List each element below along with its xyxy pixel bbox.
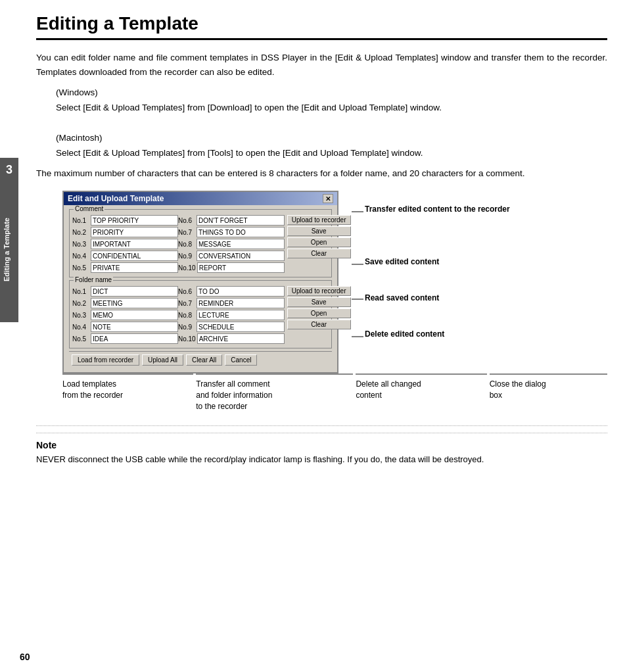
ann-clear-all: Delete all changedcontent <box>356 373 486 412</box>
clear-all-btn[interactable]: Clear All <box>186 354 222 366</box>
note-text: NEVER disconnect the USB cable while the… <box>36 453 607 466</box>
folder-field-8: No.8 <box>178 310 285 320</box>
save-comment-btn[interactable]: Save <box>287 226 351 236</box>
clear-folder-btn[interactable]: Clear <box>287 320 351 329</box>
ann-save: Save edited content <box>365 256 439 268</box>
open-comment-btn[interactable]: Open <box>287 237 351 247</box>
page-title: Editing a Template <box>36 13 607 40</box>
comment-input-9[interactable] <box>197 251 285 261</box>
mac-label: (Macintosh) <box>56 131 607 146</box>
comment-field-6: No.6 <box>178 215 285 226</box>
intro-paragraph2: The maximum number of characters that ca… <box>36 166 607 181</box>
open-folder-btn[interactable]: Open <box>287 308 351 318</box>
folder-field-9: No.9 <box>178 322 285 332</box>
edit-upload-template-dialog: Edit and Upload Template ✕ Comment No.1 <box>62 191 338 373</box>
clear-comment-btn[interactable]: Clear <box>287 249 351 258</box>
comment-field-2: No.2 <box>72 227 178 237</box>
intro-paragraph1: You can edit folder name and file commen… <box>36 51 607 79</box>
folder-input-7[interactable] <box>197 298 285 308</box>
folder-field-1: No.1 <box>72 286 178 297</box>
comment-right-fields: No.6 No.7 No.8 <box>178 215 285 274</box>
comment-field-1: No.1 <box>72 215 178 226</box>
upload-all-btn[interactable]: Upload All <box>142 354 183 366</box>
dialog-titlebar: Edit and Upload Template ✕ <box>64 192 337 205</box>
comment-field-3: No.3 <box>72 239 178 249</box>
save-folder-btn[interactable]: Save <box>287 297 351 307</box>
folder-input-4[interactable] <box>91 322 178 332</box>
comment-input-5[interactable] <box>91 262 178 273</box>
mac-text: Select [Edit & Upload Templates] from [T… <box>56 146 607 161</box>
ann-open: Read saved content <box>365 293 439 304</box>
comment-input-6[interactable] <box>197 215 285 226</box>
windows-text: Select [Edit & Upload Templates] from [D… <box>56 101 607 116</box>
comment-field-8: No.8 <box>178 239 285 249</box>
dialog-bottom-buttons: Load from recorder Upload All Clear All … <box>69 351 332 368</box>
comment-input-8[interactable] <box>197 239 285 249</box>
page-number: 60 <box>20 652 30 662</box>
dialog-close-btn[interactable]: ✕ <box>323 194 333 203</box>
folder-input-10[interactable] <box>197 333 285 344</box>
folder-field-4: No.4 <box>72 322 178 332</box>
folder-input-8[interactable] <box>197 310 285 320</box>
folder-buttons: Upload to recorder Save Open Clear <box>285 286 351 345</box>
chapter-label: Editing a Template <box>0 178 18 322</box>
folder-field-2: No.2 <box>72 298 178 308</box>
annotation-lines-svg <box>352 191 607 454</box>
windows-label: (Windows) <box>56 85 607 101</box>
ann-upload-all: Transfer all commentand folder informati… <box>196 373 353 412</box>
comment-label: Comment <box>74 205 104 212</box>
folder-label: Folder name <box>74 276 113 283</box>
folder-field-7: No.7 <box>178 298 285 308</box>
ann-delete: Delete edited content <box>365 329 444 340</box>
comment-input-7[interactable] <box>197 227 285 237</box>
comment-input-1[interactable] <box>91 215 178 226</box>
comment-field-7: No.7 <box>178 227 285 237</box>
bottom-annotations: Load templatesfrom the recorder Transfer… <box>62 373 607 412</box>
ann-load: Load templatesfrom the recorder <box>62 373 193 412</box>
cancel-btn[interactable]: Cancel <box>225 354 257 366</box>
note-section: Note NEVER disconnect the USB cable whil… <box>36 433 607 466</box>
comment-input-3[interactable] <box>91 239 178 249</box>
comment-field-9: No.9 <box>178 251 285 261</box>
upload-to-recorder-comment-btn[interactable]: Upload to recorder <box>287 215 351 225</box>
comment-group: Comment No.1 No.2 <box>69 209 332 277</box>
comment-input-10[interactable] <box>197 262 285 273</box>
folder-right-fields: No.6 No.7 No.8 <box>178 286 285 345</box>
note-title: Note <box>36 440 607 450</box>
folder-field-10: No.10 <box>178 333 285 344</box>
comment-field-4: No.4 <box>72 251 178 261</box>
folder-input-5[interactable] <box>91 333 178 344</box>
right-annotations: Transfer edited content to the recorder … <box>352 191 607 373</box>
upload-to-recorder-folder-btn[interactable]: Upload to recorder <box>287 286 351 296</box>
comment-field-5: No.5 <box>72 262 178 273</box>
load-from-recorder-btn[interactable]: Load from recorder <box>72 354 139 366</box>
folder-field-5: No.5 <box>72 333 178 344</box>
folder-input-9[interactable] <box>197 322 285 332</box>
folder-input-2[interactable] <box>91 298 178 308</box>
dialog-title: Edit and Upload Template <box>68 194 164 203</box>
ann-cancel: Close the dialogbox <box>490 373 607 412</box>
folder-input-1[interactable] <box>91 286 178 297</box>
folder-input-6[interactable] <box>197 286 285 297</box>
comment-input-2[interactable] <box>91 227 178 237</box>
ann-transfer: Transfer edited content to the recorder <box>365 204 510 215</box>
comment-input-4[interactable] <box>91 251 178 261</box>
comment-field-10: No.10 <box>178 262 285 273</box>
section-divider <box>36 425 607 426</box>
folder-field-6: No.6 <box>178 286 285 297</box>
comment-buttons: Upload to recorder Save Open Clear <box>285 215 351 274</box>
folder-input-3[interactable] <box>91 310 178 320</box>
folder-group: Folder name No.1 No.2 <box>69 280 332 348</box>
folder-left-fields: No.1 No.2 No.3 <box>72 286 178 345</box>
folder-field-3: No.3 <box>72 310 178 320</box>
comment-left-fields: No.1 No.2 No.3 <box>72 215 178 274</box>
